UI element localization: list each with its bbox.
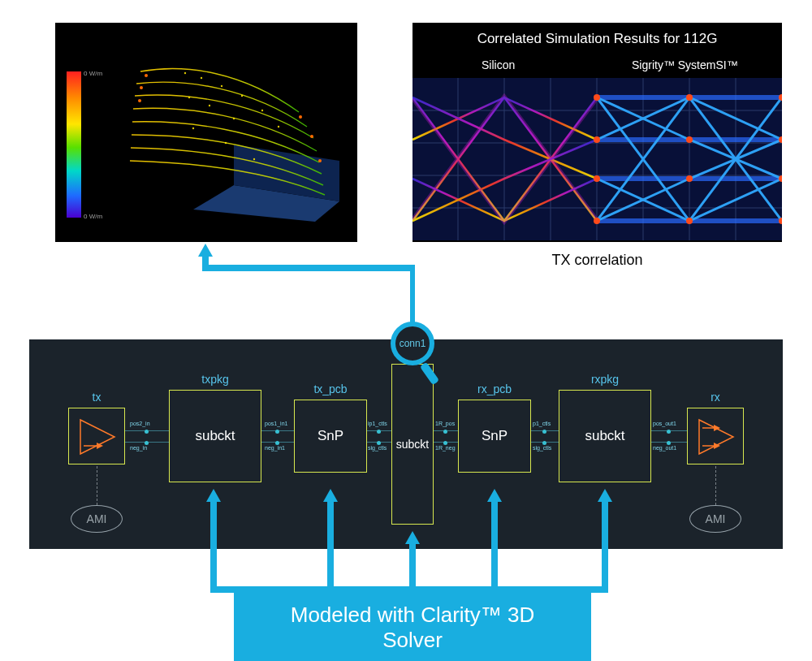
svg-marker-44 bbox=[80, 420, 114, 454]
svg-point-16 bbox=[233, 118, 235, 119]
svg-point-39 bbox=[686, 218, 693, 224]
svg-point-17 bbox=[192, 127, 194, 129]
block-tx-pcb-center: SnP bbox=[295, 428, 366, 444]
block-tx-label: tx bbox=[69, 391, 124, 404]
svg-point-2 bbox=[145, 74, 148, 77]
arrow-up-icon bbox=[198, 244, 213, 257]
wire bbox=[434, 442, 458, 443]
eye-diagram-plot bbox=[412, 78, 782, 240]
svg-point-3 bbox=[140, 86, 143, 89]
port-label: pos_out1 bbox=[653, 421, 676, 426]
block-rxpkg-center: subckt bbox=[559, 428, 650, 444]
svg-point-36 bbox=[686, 94, 693, 101]
colormap-top-label: 0 W/m bbox=[84, 70, 102, 77]
block-txpkg-center: subckt bbox=[170, 428, 261, 444]
tx-ami-ellipse: AMI bbox=[71, 505, 123, 533]
svg-point-19 bbox=[253, 158, 255, 160]
svg-point-12 bbox=[261, 110, 263, 111]
arrow-hconnector bbox=[210, 586, 608, 593]
arrow-up-icon bbox=[598, 489, 612, 502]
svg-point-14 bbox=[188, 97, 190, 98]
svg-point-9 bbox=[201, 77, 202, 79]
magnifier-icon: conn1 bbox=[391, 322, 434, 365]
elbow-h bbox=[202, 265, 415, 271]
tx-ami-text: AMI bbox=[87, 512, 107, 525]
port-label: neg_out1 bbox=[653, 445, 676, 451]
sim-topology-panel: tx AMI txpkg subckt tx_pcb SnP subckt rx… bbox=[29, 339, 783, 549]
svg-point-34 bbox=[594, 175, 600, 182]
arrow-stem bbox=[491, 502, 498, 593]
arrow-up-icon bbox=[487, 489, 502, 502]
block-conn1-center: subckt bbox=[392, 438, 433, 451]
svg-point-33 bbox=[594, 136, 600, 143]
elbow-v bbox=[202, 255, 209, 271]
colormap-bottom-label: 0 W/m bbox=[84, 213, 102, 220]
wire bbox=[651, 430, 687, 431]
rx-ami-text: AMI bbox=[706, 512, 726, 525]
rx-amp-icon bbox=[688, 408, 745, 465]
block-rx: rx bbox=[687, 408, 744, 464]
arrow-stem bbox=[327, 502, 334, 593]
wire bbox=[434, 430, 458, 431]
svg-point-6 bbox=[310, 135, 313, 138]
arrow-stem bbox=[210, 502, 217, 593]
arrow-up-icon bbox=[323, 489, 338, 502]
port-label: 1R_neg bbox=[435, 445, 456, 451]
rx-ami-ellipse: AMI bbox=[689, 505, 741, 533]
magnifier-label: conn1 bbox=[400, 338, 426, 349]
block-conn1: subckt bbox=[391, 364, 434, 525]
svg-point-38 bbox=[686, 175, 693, 182]
port-label: ip1_ctls bbox=[368, 421, 387, 426]
tx-amp-icon bbox=[69, 408, 126, 465]
arrow-up-icon bbox=[405, 531, 420, 544]
svg-point-8 bbox=[184, 72, 186, 74]
block-txpkg: txpkg subckt bbox=[169, 390, 261, 482]
block-tx: tx bbox=[68, 408, 125, 464]
port-label: pos2_in bbox=[130, 421, 150, 426]
colormap-bar bbox=[67, 71, 81, 218]
port-label: p1_ctls bbox=[533, 421, 551, 426]
block-rxpkg: rxpkg subckt bbox=[559, 390, 651, 482]
block-rx-pcb: rx_pcb SnP bbox=[458, 400, 531, 473]
block-rx-pcb-center: SnP bbox=[459, 428, 530, 444]
port-label: sig_ctls bbox=[533, 445, 551, 451]
arrow-stem bbox=[602, 502, 608, 593]
eye-title: Correlated Simulation Results for 112G bbox=[412, 31, 782, 47]
port-label: sig_ctls bbox=[368, 445, 387, 451]
block-tx-pcb-label: tx_pcb bbox=[295, 382, 366, 395]
arrow-stem bbox=[409, 544, 416, 593]
arrow-up-icon bbox=[206, 489, 221, 502]
svg-point-32 bbox=[594, 94, 600, 101]
svg-point-5 bbox=[299, 115, 302, 119]
block-rx-pcb-label: rx_pcb bbox=[459, 382, 530, 395]
wire bbox=[531, 430, 559, 431]
wire bbox=[367, 442, 391, 443]
eye-caption: TX correlation bbox=[412, 252, 782, 269]
rx-ami-dash bbox=[715, 466, 716, 505]
clarity-banner: Modeled with Clarity™ 3D Solver bbox=[234, 593, 591, 661]
block-tx-pcb: tx_pcb SnP bbox=[294, 400, 367, 473]
eye-left-label: Silicon bbox=[482, 58, 515, 71]
svg-point-13 bbox=[278, 126, 279, 127]
clarity-3d-render-panel: 0 W/m 0 W/m bbox=[55, 23, 357, 242]
eye-right-label: Sigrity™ SystemSI™ bbox=[632, 58, 738, 71]
port-label: 1R_pos bbox=[435, 421, 455, 426]
em-field-3d-render bbox=[112, 39, 348, 226]
svg-point-35 bbox=[594, 218, 600, 224]
svg-point-4 bbox=[138, 99, 141, 102]
wire bbox=[531, 442, 559, 443]
svg-point-15 bbox=[209, 105, 210, 106]
wire bbox=[261, 430, 294, 431]
port-label: neg_in1 bbox=[265, 445, 285, 451]
block-rxpkg-label: rxpkg bbox=[559, 373, 650, 386]
wire bbox=[367, 430, 391, 431]
wire bbox=[125, 442, 169, 443]
block-txpkg-label: txpkg bbox=[170, 373, 261, 386]
wire bbox=[125, 430, 169, 431]
port-label: neg_in bbox=[130, 445, 147, 451]
clarity-banner-text: Modeled with Clarity™ 3D Solver bbox=[291, 603, 535, 652]
wire bbox=[651, 442, 687, 443]
eye-diagram-panel: Correlated Simulation Results for 112G S… bbox=[412, 23, 782, 242]
tx-ami-dash bbox=[97, 466, 97, 505]
block-rx-label: rx bbox=[688, 391, 743, 404]
